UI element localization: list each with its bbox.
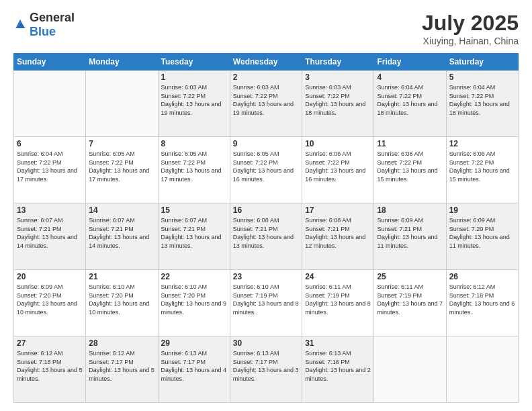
logo-text-general: General [30, 11, 75, 24]
calendar-day-cell: 10Sunrise: 6:06 AMSunset: 7:22 PMDayligh… [302, 137, 374, 203]
calendar-day-cell: 11Sunrise: 6:06 AMSunset: 7:22 PMDayligh… [374, 137, 446, 203]
logo-icon [13, 18, 27, 32]
day-number: 4 [377, 73, 443, 82]
day-info: Sunrise: 6:09 AMSunset: 7:20 PMDaylight:… [449, 216, 515, 250]
day-number: 20 [17, 272, 83, 281]
calendar-day-cell [86, 71, 158, 137]
day-info: Sunrise: 6:03 AMSunset: 7:22 PMDaylight:… [233, 83, 299, 117]
calendar-day-cell [374, 336, 446, 403]
calendar-day-cell: 22Sunrise: 6:10 AMSunset: 7:20 PMDayligh… [158, 270, 230, 336]
day-info: Sunrise: 6:12 AMSunset: 7:18 PMDaylight:… [17, 349, 83, 383]
day-info: Sunrise: 6:10 AMSunset: 7:20 PMDaylight:… [161, 283, 227, 316]
col-header-tuesday: Tuesday [158, 54, 230, 71]
day-number: 31 [305, 338, 371, 348]
day-number: 30 [233, 338, 299, 348]
logo-text-blue: Blue [30, 25, 56, 38]
day-info: Sunrise: 6:08 AMSunset: 7:21 PMDaylight:… [233, 216, 299, 250]
day-info: Sunrise: 6:06 AMSunset: 7:22 PMDaylight:… [449, 150, 515, 183]
calendar-day-cell [446, 336, 518, 403]
calendar-day-cell: 26Sunrise: 6:12 AMSunset: 7:18 PMDayligh… [446, 270, 518, 336]
calendar-day-cell: 6Sunrise: 6:04 AMSunset: 7:22 PMDaylight… [14, 137, 86, 203]
day-info: Sunrise: 6:07 AMSunset: 7:21 PMDaylight:… [17, 216, 83, 250]
col-header-monday: Monday [86, 54, 158, 71]
day-info: Sunrise: 6:07 AMSunset: 7:21 PMDaylight:… [89, 216, 154, 250]
day-number: 10 [305, 139, 371, 148]
calendar-day-cell: 9Sunrise: 6:05 AMSunset: 7:22 PMDaylight… [230, 137, 302, 203]
day-info: Sunrise: 6:03 AMSunset: 7:22 PMDaylight:… [161, 83, 227, 117]
title-block: July 2025 Xiuying, Hainan, China [422, 11, 519, 46]
day-info: Sunrise: 6:10 AMSunset: 7:20 PMDaylight:… [89, 283, 154, 316]
location: Xiuying, Hainan, China [422, 36, 519, 46]
calendar-week-row: 27Sunrise: 6:12 AMSunset: 7:18 PMDayligh… [14, 336, 519, 403]
day-info: Sunrise: 6:12 AMSunset: 7:18 PMDaylight:… [449, 283, 515, 316]
calendar-header-row: SundayMondayTuesdayWednesdayThursdayFrid… [14, 54, 519, 71]
day-number: 19 [449, 205, 515, 215]
day-info: Sunrise: 6:05 AMSunset: 7:22 PMDaylight:… [161, 150, 227, 183]
page: General Blue July 2025 Xiuying, Hainan, … [0, 0, 532, 411]
calendar-day-cell: 13Sunrise: 6:07 AMSunset: 7:21 PMDayligh… [14, 203, 86, 270]
day-number: 14 [89, 205, 154, 215]
calendar-table: SundayMondayTuesdayWednesdayThursdayFrid… [13, 53, 519, 403]
day-info: Sunrise: 6:06 AMSunset: 7:22 PMDaylight:… [305, 150, 371, 183]
calendar-day-cell: 28Sunrise: 6:12 AMSunset: 7:17 PMDayligh… [86, 336, 158, 403]
day-number: 16 [233, 205, 299, 215]
day-number: 3 [305, 73, 371, 82]
day-number: 7 [89, 139, 154, 148]
calendar-day-cell: 15Sunrise: 6:07 AMSunset: 7:21 PMDayligh… [158, 203, 230, 270]
calendar-day-cell: 1Sunrise: 6:03 AMSunset: 7:22 PMDaylight… [158, 71, 230, 137]
day-number: 11 [377, 139, 443, 148]
col-header-saturday: Saturday [446, 54, 518, 71]
day-number: 18 [377, 205, 443, 215]
month-year: July 2025 [422, 11, 519, 36]
day-info: Sunrise: 6:09 AMSunset: 7:20 PMDaylight:… [17, 283, 83, 316]
day-number: 26 [449, 272, 515, 281]
calendar-day-cell: 25Sunrise: 6:11 AMSunset: 7:19 PMDayligh… [374, 270, 446, 336]
calendar-day-cell: 23Sunrise: 6:10 AMSunset: 7:19 PMDayligh… [230, 270, 302, 336]
day-number: 6 [17, 139, 83, 148]
day-info: Sunrise: 6:04 AMSunset: 7:22 PMDaylight:… [449, 83, 515, 117]
day-info: Sunrise: 6:12 AMSunset: 7:17 PMDaylight:… [89, 349, 154, 383]
calendar-day-cell: 5Sunrise: 6:04 AMSunset: 7:22 PMDaylight… [446, 71, 518, 137]
day-info: Sunrise: 6:03 AMSunset: 7:22 PMDaylight:… [305, 83, 371, 117]
calendar-day-cell: 20Sunrise: 6:09 AMSunset: 7:20 PMDayligh… [14, 270, 86, 336]
calendar-day-cell: 14Sunrise: 6:07 AMSunset: 7:21 PMDayligh… [86, 203, 158, 270]
day-info: Sunrise: 6:09 AMSunset: 7:21 PMDaylight:… [377, 216, 443, 250]
day-number: 13 [17, 205, 83, 215]
calendar-week-row: 6Sunrise: 6:04 AMSunset: 7:22 PMDaylight… [14, 137, 519, 203]
calendar-day-cell: 17Sunrise: 6:08 AMSunset: 7:21 PMDayligh… [302, 203, 374, 270]
day-info: Sunrise: 6:13 AMSunset: 7:16 PMDaylight:… [305, 349, 371, 383]
day-number: 27 [17, 338, 83, 348]
calendar-day-cell: 2Sunrise: 6:03 AMSunset: 7:22 PMDaylight… [230, 71, 302, 137]
day-info: Sunrise: 6:10 AMSunset: 7:19 PMDaylight:… [233, 283, 299, 316]
day-number: 23 [233, 272, 299, 281]
day-number: 22 [161, 272, 227, 281]
calendar-day-cell: 4Sunrise: 6:04 AMSunset: 7:22 PMDaylight… [374, 71, 446, 137]
calendar-day-cell: 19Sunrise: 6:09 AMSunset: 7:20 PMDayligh… [446, 203, 518, 270]
calendar-day-cell [14, 71, 86, 137]
day-info: Sunrise: 6:08 AMSunset: 7:21 PMDaylight:… [305, 216, 371, 250]
calendar-day-cell: 8Sunrise: 6:05 AMSunset: 7:22 PMDaylight… [158, 137, 230, 203]
col-header-friday: Friday [374, 54, 446, 71]
header: General Blue July 2025 Xiuying, Hainan, … [13, 11, 519, 46]
day-info: Sunrise: 6:05 AMSunset: 7:22 PMDaylight:… [89, 150, 154, 183]
calendar-week-row: 13Sunrise: 6:07 AMSunset: 7:21 PMDayligh… [14, 203, 519, 270]
day-info: Sunrise: 6:13 AMSunset: 7:17 PMDaylight:… [161, 349, 227, 383]
day-number: 12 [449, 139, 515, 148]
day-number: 25 [377, 272, 443, 281]
day-info: Sunrise: 6:04 AMSunset: 7:22 PMDaylight:… [17, 150, 83, 183]
col-header-sunday: Sunday [14, 54, 86, 71]
day-info: Sunrise: 6:11 AMSunset: 7:19 PMDaylight:… [305, 283, 371, 316]
day-number: 15 [161, 205, 227, 215]
day-number: 1 [161, 73, 227, 82]
day-info: Sunrise: 6:04 AMSunset: 7:22 PMDaylight:… [377, 83, 443, 117]
calendar-day-cell: 7Sunrise: 6:05 AMSunset: 7:22 PMDaylight… [86, 137, 158, 203]
day-info: Sunrise: 6:11 AMSunset: 7:19 PMDaylight:… [377, 283, 443, 316]
day-info: Sunrise: 6:13 AMSunset: 7:17 PMDaylight:… [233, 349, 299, 383]
day-number: 8 [161, 139, 227, 148]
day-number: 21 [89, 272, 154, 281]
day-number: 17 [305, 205, 371, 215]
day-info: Sunrise: 6:06 AMSunset: 7:22 PMDaylight:… [377, 150, 443, 183]
calendar-day-cell: 29Sunrise: 6:13 AMSunset: 7:17 PMDayligh… [158, 336, 230, 403]
logo: General Blue [13, 11, 75, 39]
calendar-day-cell: 18Sunrise: 6:09 AMSunset: 7:21 PMDayligh… [374, 203, 446, 270]
